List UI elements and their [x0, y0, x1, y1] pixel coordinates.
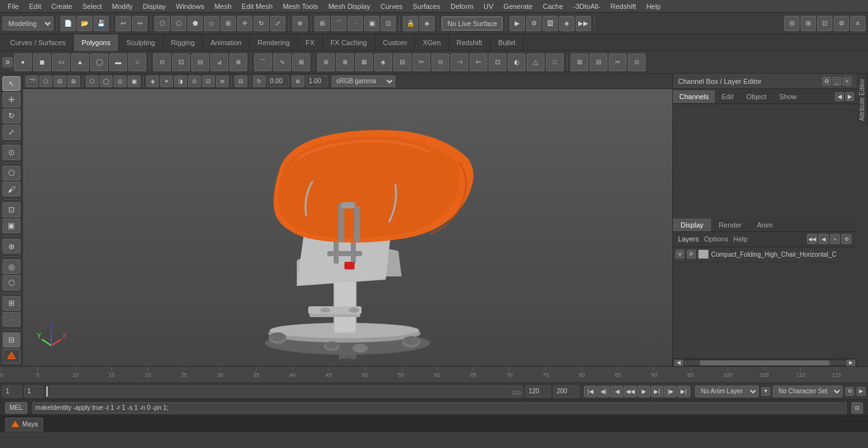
tab-redshift[interactable]: Redshift	[449, 34, 491, 51]
display-tab-display[interactable]: Display	[673, 219, 711, 231]
scale-button[interactable]: ⤢	[270, 16, 285, 31]
render-button[interactable]: ▶	[510, 16, 525, 31]
scroll-left-button[interactable]: ◀	[674, 360, 683, 366]
scale-mode-button[interactable]: ⤢	[3, 125, 20, 139]
vp-texture-button[interactable]: ▣	[128, 76, 140, 87]
attribute-editor-tab[interactable]: Attribute Editor	[857, 74, 868, 126]
plane-button[interactable]: ▬	[109, 53, 127, 71]
subdiv-cube-button[interactable]: ⊡	[172, 53, 190, 71]
current-frame-field[interactable]: 1	[3, 386, 22, 397]
menu-create[interactable]: Create	[46, 1, 78, 11]
cut-uv-button[interactable]: ✂	[609, 53, 627, 71]
sphere-button[interactable]: ●	[14, 53, 32, 71]
timeline-ruler[interactable]: 0510152025303540455055606570758085909510…	[0, 367, 868, 383]
subdiv-cyl-button[interactable]: ⊟	[191, 53, 209, 71]
channel-box-minimize-icon[interactable]: _	[832, 77, 841, 86]
cb-arrow-left-icon[interactable]: ◀	[835, 92, 844, 101]
timeline-tick-95[interactable]: 95	[687, 367, 693, 383]
rotate-mode-button[interactable]: ↻	[3, 109, 20, 123]
cb-tab-show[interactable]: Show	[773, 90, 803, 103]
new-scene-button[interactable]: 📄	[60, 16, 76, 31]
layer-visibility-v[interactable]: V	[675, 250, 684, 259]
vp-ssao-button[interactable]: ⊙	[188, 76, 201, 87]
vp-dof-button[interactable]: ⊡	[202, 76, 215, 87]
timeline-tick-10[interactable]: 10	[72, 367, 79, 383]
play-back-button[interactable]: ◀◀	[624, 386, 637, 397]
attr-editor-toggle[interactable]: ⊡	[817, 16, 832, 31]
menu-edit[interactable]: Edit	[24, 1, 46, 11]
tab-rendering[interactable]: Rendering	[250, 34, 298, 51]
timeline-tick-15[interactable]: 15	[109, 367, 115, 383]
display-tab-anim[interactable]: Anim	[749, 219, 780, 231]
layers-scrollbar[interactable]: ◀ ▶	[673, 358, 857, 366]
timeline-tick-20[interactable]: 20	[145, 367, 151, 383]
scroll-thumb[interactable]	[700, 360, 831, 365]
tab-rigging[interactable]: Rigging	[163, 34, 203, 51]
cb-tab-object[interactable]: Object	[740, 90, 773, 103]
viewport[interactable]: 🎬 ⬡ ⊟ ⊞ ⬡ ◯ ◎ ▣ ◈ ☀ ◑ ⊙ ⊡ ≋ ⊟ ↻ 0.00	[23, 74, 672, 366]
vp-motionblur-button[interactable]: ≋	[216, 76, 229, 87]
vp-filmgate-button[interactable]: ⬡	[39, 76, 52, 87]
disk-button[interactable]: ○	[128, 53, 146, 71]
menu-mesh-display[interactable]: Mesh Display	[323, 1, 376, 11]
layers-options-menu[interactable]: Options	[704, 235, 728, 243]
step-forward-button[interactable]: |▶	[664, 386, 677, 397]
vp-resolution-button[interactable]: ⊟	[53, 76, 66, 87]
menu-windows[interactable]: Windows	[171, 1, 210, 11]
menu-uv[interactable]: UV	[478, 1, 498, 11]
select-tool-button[interactable]: ⬡	[154, 16, 170, 31]
tab-animation[interactable]: Animation	[203, 34, 250, 51]
mel-python-toggle[interactable]: MEL	[5, 402, 27, 414]
face-mode-button[interactable]: ▣	[3, 219, 20, 233]
snap-live-button[interactable]: ⊡	[381, 16, 396, 31]
menu-deform[interactable]: Deform	[445, 1, 478, 11]
cb-tab-channels[interactable]: Channels	[673, 90, 715, 103]
menu-file[interactable]: File	[3, 1, 24, 11]
workspace-selector[interactable]: Modeling	[3, 17, 53, 31]
soft-select-tool[interactable]: ⊙	[3, 145, 20, 160]
subdiv-cone-button[interactable]: ⊿	[210, 53, 228, 71]
lasso-tool-button[interactable]: ⬠	[171, 16, 186, 31]
vp-zoom-value[interactable]: 1.00	[306, 76, 328, 87]
vp-wireframe-button[interactable]: ⬡	[86, 76, 98, 87]
snap-surface-button[interactable]: ▣	[364, 16, 379, 31]
scroll-right-button[interactable]: ▶	[846, 360, 855, 366]
move-button[interactable]: ✛	[237, 16, 252, 31]
menu-surfaces[interactable]: Surfaces	[408, 1, 445, 11]
tab-sculpting[interactable]: Sculpting	[119, 34, 163, 51]
timeline-tick-55[interactable]: 55	[398, 367, 404, 383]
lasso-select-tool[interactable]: ⬠	[3, 166, 20, 180]
vp-hud-button[interactable]: ⊟	[234, 76, 247, 87]
frame-slider[interactable]: 120	[46, 386, 523, 397]
step-back-button[interactable]: ◀|	[597, 386, 610, 397]
gamma-selector[interactable]: sRGB gamma	[332, 76, 395, 87]
timeline-tick-70[interactable]: 70	[506, 367, 513, 383]
snap-point-left-button[interactable]: ·	[3, 312, 20, 327]
curve-tool-button[interactable]: ⌒	[254, 53, 272, 71]
highlight-button[interactable]: ◈	[419, 16, 435, 31]
snap-curve-button[interactable]: ⌒	[331, 16, 346, 31]
snap-grid-button[interactable]: ⊞	[315, 16, 330, 31]
wireframe-button[interactable]: ⬡	[3, 275, 20, 290]
anim-layer-dropdown-icon[interactable]: ▼	[761, 387, 770, 396]
torus-button[interactable]: ◯	[90, 53, 108, 71]
channel-box-close-icon[interactable]: ×	[843, 77, 851, 86]
component-mode-button[interactable]: ⊡	[3, 202, 20, 217]
char-set-selector[interactable]: No Character Set	[773, 386, 843, 397]
go-end-button[interactable]: ▶|	[677, 386, 690, 397]
cone-button[interactable]: ▲	[71, 53, 89, 71]
timeline-tick-110[interactable]: 110	[796, 367, 805, 383]
layers-nav-left[interactable]: ◀◀	[807, 234, 817, 244]
maya-logo-button[interactable]	[3, 349, 20, 363]
vp-xray-button[interactable]: ◎	[114, 76, 126, 87]
command-input[interactable]: makeIdentity -apply true -t 1 -r 1 -s 1 …	[32, 402, 846, 414]
transform-button[interactable]: ⊞	[220, 16, 236, 31]
layers-help-menu[interactable]: Help	[733, 235, 748, 243]
subdiv-torus-button[interactable]: ⊗	[229, 53, 247, 71]
menu-display[interactable]: Display	[138, 1, 171, 11]
paint-select-tool[interactable]: 🖌	[3, 182, 20, 196]
menu-3dtaall[interactable]: -3DtoAll-	[568, 1, 606, 11]
display-tab-render[interactable]: Render	[711, 219, 749, 231]
cylinder-button[interactable]: ▭	[52, 53, 70, 71]
timeline[interactable]: 0510152025303540455055606570758085909510…	[0, 366, 868, 383]
